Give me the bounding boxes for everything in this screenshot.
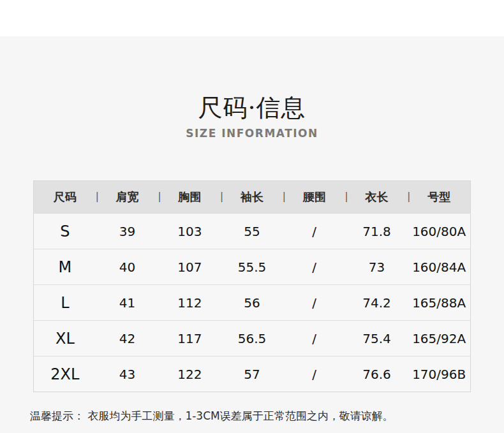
header-cell-label: 尺码 xyxy=(54,190,77,203)
cell-waist: / xyxy=(283,321,346,356)
cell-waist: / xyxy=(283,249,346,284)
header-cell-label: 腰围 xyxy=(303,190,326,203)
measurement-note: 温馨提示： 衣服均为手工测量，1-3CM误差属于正常范围之内，敬请谅解。 xyxy=(30,408,477,424)
cell-size: S xyxy=(34,214,96,249)
cell-bust: 122 xyxy=(158,356,221,392)
cell-size: L xyxy=(34,285,96,320)
cell-bust: 107 xyxy=(158,249,221,284)
size-table: 尺码| 肩宽| 胸围| 袖长| 腰围| 衣长| 号型 S 39 103 55 /… xyxy=(33,180,471,392)
cell-size: M xyxy=(34,249,96,284)
table-row-m: M 40 107 55.5 / 73 160/84A xyxy=(34,249,470,284)
cell-sleeve: 55 xyxy=(221,214,283,249)
header-cell-sleeve: 袖长| xyxy=(221,181,283,213)
top-white-band xyxy=(0,0,504,36)
cell-size: 2XL xyxy=(34,356,96,392)
cell-bust: 117 xyxy=(158,321,221,356)
cell-waist: / xyxy=(283,214,346,249)
header-cell-bust: 胸围| xyxy=(158,181,221,213)
cell-length: 73 xyxy=(346,249,408,284)
header-cell-label: 袖长 xyxy=(241,190,263,203)
cell-sleeve: 55.5 xyxy=(221,249,283,284)
cell-type: 165/88A xyxy=(408,285,470,320)
cell-shoulder: 40 xyxy=(96,249,159,284)
table-row-s: S 39 103 55 / 71.8 160/80A xyxy=(34,213,470,249)
cell-bust: 103 xyxy=(158,214,221,249)
page-title: 尺码·信息 xyxy=(0,93,504,122)
cell-size: XL xyxy=(34,321,96,356)
cell-length: 76.6 xyxy=(346,356,408,392)
cell-type: 165/92A xyxy=(408,321,470,356)
cell-bust: 112 xyxy=(158,285,221,320)
cell-length: 74.2 xyxy=(346,285,408,320)
cell-shoulder: 41 xyxy=(96,285,159,320)
cell-waist: / xyxy=(283,285,346,320)
size-table-header-row: 尺码| 肩宽| 胸围| 袖长| 腰围| 衣长| 号型 xyxy=(34,181,470,213)
header-cell-label: 号型 xyxy=(427,190,450,203)
table-row-2xl: 2XL 43 122 57 / 76.6 170/96B xyxy=(34,356,470,392)
header-cell-type: 号型 xyxy=(408,181,470,213)
cell-sleeve: 57 xyxy=(221,356,283,392)
cell-shoulder: 43 xyxy=(96,356,159,392)
header-cell-shoulder: 肩宽| xyxy=(96,181,159,213)
cell-sleeve: 56.5 xyxy=(221,321,283,356)
size-info-page: 尺码·信息 SIZE INFORMATION 尺码| 肩宽| 胸围| 袖长| 腰… xyxy=(0,0,504,433)
table-row-l: L 41 112 56 / 74.2 165/88A xyxy=(34,284,470,320)
cell-length: 71.8 xyxy=(346,214,408,249)
cell-shoulder: 39 xyxy=(96,214,159,249)
table-row-xl: XL 42 117 56.5 / 75.4 165/92A xyxy=(34,320,470,356)
page-subtitle: SIZE INFORMATION xyxy=(0,127,504,140)
cell-shoulder: 42 xyxy=(96,321,159,356)
header-cell-waist: 腰围| xyxy=(283,181,346,213)
cell-length: 75.4 xyxy=(346,321,408,356)
header-cell-label: 胸围 xyxy=(178,190,201,203)
cell-sleeve: 56 xyxy=(221,285,283,320)
cell-type: 160/80A xyxy=(408,214,470,249)
header-cell-length: 衣长| xyxy=(346,181,408,213)
cell-type: 170/96B xyxy=(408,356,470,392)
cell-waist: / xyxy=(283,356,346,392)
header-cell-size: 尺码| xyxy=(34,181,96,213)
header-cell-label: 衣长 xyxy=(365,190,388,203)
header-cell-label: 肩宽 xyxy=(116,190,139,203)
cell-type: 160/84A xyxy=(408,249,470,284)
